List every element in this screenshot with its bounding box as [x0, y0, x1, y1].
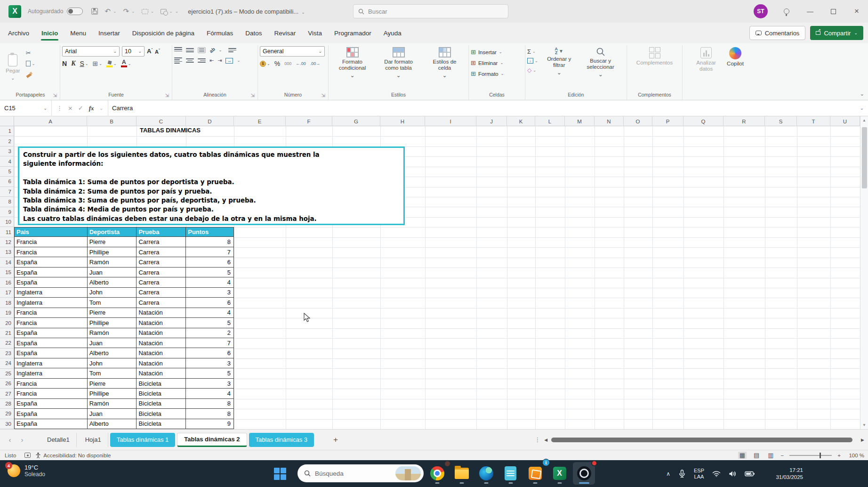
row-header-28[interactable]: 28 [0, 399, 14, 409]
volume-icon[interactable] [729, 471, 737, 477]
wrap-text-button[interactable] [228, 47, 236, 53]
table-cell[interactable]: Francia [15, 379, 88, 389]
table-cell[interactable]: 3 [186, 358, 234, 368]
align-top-button[interactable] [174, 47, 182, 53]
sheet-tab-tablas-dinamicas-2[interactable]: Tablas dinámicas 2 [177, 433, 247, 447]
cell-styles-button[interactable]: Estilos de celda ⌄ [423, 46, 466, 89]
insert-function-button[interactable]: fx [89, 105, 94, 112]
sheet-tab-hoja1[interactable]: Hoja1 [79, 433, 108, 447]
zoom-slider[interactable] [789, 455, 832, 456]
row-header-10[interactable]: 10 [0, 217, 14, 227]
table-cell[interactable]: 8 [186, 399, 234, 409]
column-header-q[interactable]: Q [683, 116, 723, 126]
row-header-21[interactable]: 21 [0, 328, 14, 338]
table-cell[interactable]: Francia [15, 389, 88, 398]
table-cell[interactable]: Carrera [137, 257, 186, 267]
row-header-8[interactable]: 8 [0, 197, 14, 207]
taskbar-icon-file-explorer[interactable] [450, 462, 473, 485]
table-cell[interactable]: 7 [186, 338, 234, 348]
table-cell[interactable]: Alberto [88, 419, 137, 429]
table-cell[interactable]: Bicicleta [137, 399, 186, 409]
row-header-26[interactable]: 26 [0, 379, 14, 389]
column-header-t[interactable]: T [797, 116, 830, 126]
table-cell[interactable]: John [88, 288, 137, 298]
battery-icon[interactable] [745, 471, 755, 477]
copilot-button[interactable]: Copilot [723, 46, 747, 89]
align-middle-button[interactable] [186, 47, 194, 53]
row-header-2[interactable]: 2 [0, 136, 14, 146]
table-cell[interactable]: Bicicleta [137, 419, 186, 429]
page-layout-view-icon[interactable]: ▤ [752, 452, 761, 459]
table-cell[interactable]: Ramón [88, 399, 137, 409]
table-cell[interactable]: Carrera [137, 247, 186, 257]
grid-cells[interactable]: TABLAS DINAMICAS Construir a partir de l… [0, 126, 860, 429]
table-cell[interactable]: Tom [88, 298, 137, 308]
table-cell[interactable]: Carrera [137, 268, 186, 277]
expand-formula-bar-icon[interactable]: ⌄ [856, 100, 868, 116]
draw-select-caret[interactable]: ⌄ [151, 9, 154, 14]
table-cell[interactable]: Phillipe [88, 247, 137, 257]
share-button[interactable]: Compartir ⌄ [810, 26, 863, 40]
ribbon-tab-vista[interactable]: Vista [302, 27, 328, 40]
restore-button[interactable] [831, 9, 836, 14]
select-all-corner[interactable] [0, 116, 14, 126]
undo-caret[interactable]: ⌄ [113, 9, 117, 14]
zoom-in-icon[interactable]: + [837, 453, 841, 458]
row-header-22[interactable]: 22 [0, 338, 14, 348]
column-header-f[interactable]: F [286, 116, 332, 126]
sheet-tab-tablas-dinamicas-3[interactable]: Tablas dinámicas 3 [249, 433, 314, 447]
close-button[interactable]: × [852, 7, 861, 16]
ribbon-tab-insertar[interactable]: Insertar [92, 27, 126, 40]
table-cell[interactable]: 8 [186, 409, 234, 419]
table-cell[interactable]: España [15, 399, 88, 409]
column-header-k[interactable]: K [507, 116, 535, 126]
comma-format-button[interactable]: 000 [284, 61, 291, 66]
cancel-entry-button[interactable]: × [68, 104, 72, 112]
table-cell[interactable]: Natación [137, 308, 186, 318]
search-daily-image[interactable] [395, 466, 421, 480]
column-header-g[interactable]: G [332, 116, 380, 126]
table-cell[interactable]: Ramón [88, 257, 137, 267]
row-header-15[interactable]: 15 [0, 268, 14, 277]
row-header-1[interactable]: 1 [0, 126, 14, 136]
table-cell[interactable]: Juan [88, 409, 137, 419]
increase-decimal-button[interactable]: ←.00 [296, 61, 306, 66]
merge-caret[interactable]: ⌄ [237, 58, 240, 63]
table-cell[interactable]: Phillipe [88, 318, 137, 328]
taskbar-icon-chrome[interactable] [426, 462, 448, 485]
user-avatar[interactable]: ST [754, 4, 768, 18]
taskbar-icon-notepad[interactable] [499, 462, 522, 485]
currency-format-button[interactable]: $⌄ [260, 61, 270, 67]
scroll-up-icon[interactable]: ▲ [862, 116, 866, 124]
table-cell[interactable]: Alberto [88, 348, 137, 358]
minimize-button[interactable]: — [805, 8, 815, 15]
table-cell[interactable]: Pierre [88, 237, 137, 247]
ribbon-tab-datos[interactable]: Datos [239, 27, 268, 40]
confirm-entry-button[interactable]: ✓ [78, 105, 83, 112]
zoom-slider-knob[interactable] [820, 453, 821, 458]
merge-center-button[interactable]: ↔ [225, 58, 233, 64]
name-box[interactable]: C15 ⌄ [0, 100, 52, 116]
row-header-25[interactable]: 25 [0, 369, 14, 379]
ribbon-tab-archivo[interactable]: Archivo [2, 27, 35, 40]
vertical-scroll-thumb[interactable] [862, 127, 867, 188]
table-header-prueba[interactable]: Prueba [137, 227, 186, 237]
redo-icon[interactable]: ↷ [123, 7, 129, 16]
increase-font-button[interactable]: Aˆ [147, 48, 153, 55]
table-cell[interactable]: Francia [15, 318, 88, 328]
table-cell[interactable]: España [15, 277, 88, 287]
table-cell[interactable]: Inglaterra [15, 298, 88, 308]
horizontal-scrollbar[interactable] [551, 437, 857, 443]
number-format-select[interactable]: General⌄ [260, 46, 325, 57]
wifi-icon[interactable] [712, 471, 721, 477]
taskbar-icon-info-app[interactable]: i [524, 462, 546, 485]
column-header-r[interactable]: R [723, 116, 765, 126]
column-header-b[interactable]: B [87, 116, 137, 126]
table-header-puntos[interactable]: Puntos [186, 227, 234, 237]
column-headers[interactable]: ABCDEFGHIJKLMNOPQRSTU [14, 116, 860, 126]
align-center-button[interactable] [186, 57, 194, 64]
horizontal-scroll-thumb[interactable] [551, 438, 852, 442]
search-box[interactable]: Buscar [353, 4, 508, 18]
table-cell[interactable]: Alberto [88, 277, 137, 287]
table-cell[interactable]: Carrera [137, 298, 186, 308]
